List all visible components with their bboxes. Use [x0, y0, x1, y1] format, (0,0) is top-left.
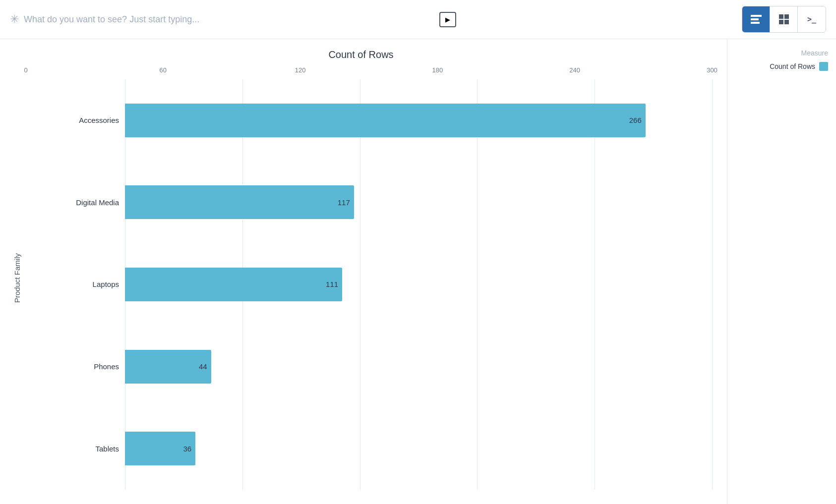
chart-container: Count of Rows Product Family 06012018024… [0, 39, 727, 504]
bar: 266 [125, 104, 646, 137]
bars-and-grid: 2661171114436 [125, 79, 712, 490]
bar-row: 44 [125, 326, 712, 408]
x-tick: 0 [24, 66, 27, 74]
star-icon: ✳ [10, 13, 19, 26]
chart-with-axes: 060120180240300 AccessoriesDigital Media… [26, 66, 712, 490]
x-tick: 60 [160, 66, 167, 74]
svg-rect-5 [779, 20, 783, 24]
y-axis-label-container: Product Family [10, 66, 24, 490]
grid-line [360, 79, 360, 490]
chart-inner: Product Family 060120180240300 Accessori… [10, 66, 712, 490]
category-label: Tablets [26, 407, 125, 490]
bar-row: 111 [125, 243, 712, 326]
bar: 117 [125, 185, 354, 219]
search-area: ✳ What do you want to see? Just start ty… [10, 12, 456, 27]
grid-view-button[interactable] [770, 6, 798, 32]
search-placeholder: What do you want to see? Just start typi… [24, 14, 434, 25]
category-label: Phones [26, 326, 125, 408]
grid-icon [779, 14, 789, 24]
legend-label: Count of Rows [770, 62, 815, 70]
category-label: Laptops [26, 243, 125, 326]
command-icon: >_ [807, 15, 816, 24]
legend-panel: Measure Count of Rows [727, 39, 836, 504]
svg-rect-4 [784, 14, 789, 19]
grid-line [595, 79, 595, 490]
x-tick: 180 [432, 66, 443, 74]
x-axis-ticks: 060120180240300 [26, 66, 712, 77]
grid-line [477, 79, 478, 490]
svg-rect-0 [751, 15, 762, 17]
x-tick: 300 [707, 66, 717, 74]
category-label: Accessories [26, 79, 125, 162]
toolbar-buttons: >_ [742, 6, 826, 33]
grid-line [712, 79, 713, 490]
bar-row: 266 [125, 79, 712, 162]
svg-rect-2 [751, 22, 760, 24]
y-axis-label: Product Family [13, 253, 21, 303]
play-button[interactable]: ▶ [439, 12, 456, 27]
chart-title: Count of Rows [10, 49, 712, 60]
bar: 111 [125, 268, 342, 301]
legend-item: Count of Rows [735, 62, 828, 71]
chart-view-button[interactable] [742, 6, 770, 32]
bar-row: 117 [125, 162, 712, 244]
top-bar: ✳ What do you want to see? Just start ty… [0, 0, 836, 39]
content-area: Count of Rows Product Family 06012018024… [0, 39, 836, 504]
bar-value: 111 [326, 280, 338, 288]
category-label: Digital Media [26, 162, 125, 244]
legend-title: Measure [735, 49, 828, 57]
bar: 36 [125, 432, 195, 465]
command-view-button[interactable]: >_ [798, 6, 826, 32]
bar: 44 [125, 350, 211, 384]
svg-rect-1 [751, 18, 759, 20]
svg-rect-3 [779, 14, 783, 19]
bar-value: 117 [338, 198, 350, 207]
play-icon: ▶ [445, 16, 450, 23]
x-tick: 240 [569, 66, 580, 74]
bar-value: 44 [199, 362, 207, 371]
bar-value: 266 [629, 116, 642, 124]
bar-row: 36 [125, 407, 712, 490]
bar-value: 36 [183, 445, 191, 453]
bars-area: AccessoriesDigital MediaLaptopsPhonesTab… [26, 79, 712, 490]
category-labels: AccessoriesDigital MediaLaptopsPhonesTab… [26, 79, 125, 490]
x-tick: 120 [295, 66, 306, 74]
legend-color-swatch [819, 62, 828, 71]
chart-icon [751, 15, 762, 24]
svg-rect-6 [784, 20, 789, 24]
